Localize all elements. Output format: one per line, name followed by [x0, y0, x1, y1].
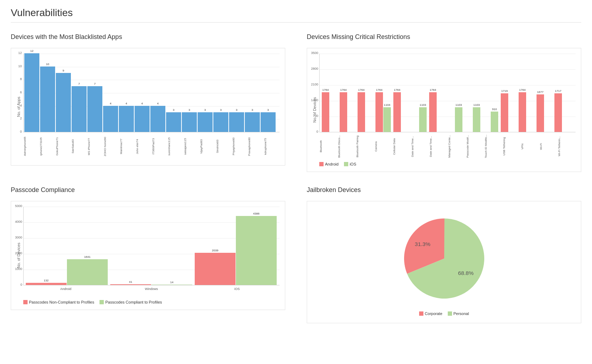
personal-legend-label: Personal	[453, 311, 469, 316]
passcode-legend: Passcodes Non-Compliant to Profiles Pass…	[23, 300, 280, 304]
bar	[198, 112, 213, 132]
passcode-chart: No. of Devices 0100020003000400050001321…	[11, 201, 285, 310]
x-axis-label: IT360iPad73	[152, 133, 168, 160]
x-axis-label: iOS	[195, 287, 280, 298]
bar-value-label: 1677	[537, 90, 544, 94]
grouped-bar	[501, 93, 508, 132]
bar-value-label: 4	[103, 102, 118, 105]
bar	[261, 112, 276, 132]
bar-value-label: 7	[87, 82, 102, 85]
bar-value-label: 1764	[358, 88, 365, 92]
passcode-title: Passcode Compliance	[11, 186, 285, 194]
grouped-bar	[383, 107, 391, 132]
x-axis-label: MS iPhone77	[87, 133, 103, 160]
bar	[40, 67, 55, 132]
restrictions-section: Devices Missing Critical Restrictions No…	[307, 33, 581, 172]
bar-value-label: 12	[24, 49, 39, 53]
bar-value-label: 2039	[195, 249, 236, 252]
bar	[213, 112, 228, 132]
bar-value-label: 1764	[375, 88, 383, 92]
x-axis-label: saisajans115	[184, 133, 199, 160]
compliant-legend-item: Passcodes Compliant to Profiles	[100, 300, 162, 304]
pie-chart: 68.8% 31.3%	[394, 208, 494, 309]
bar	[150, 106, 165, 132]
x-axis-label: VPN	[521, 133, 539, 160]
bar-value-label: 3	[245, 108, 260, 112]
grouped-bar	[554, 93, 562, 132]
compliant-legend-box	[100, 300, 104, 304]
grouped-bar	[151, 285, 192, 285]
bar	[72, 86, 87, 132]
x-axis-label: Passcode Modif...	[466, 133, 484, 160]
x-axis-label: Priyaphone80	[232, 133, 248, 160]
x-axis-label: Mainlmac77	[120, 133, 135, 160]
grouped-bar	[519, 92, 526, 132]
bar	[229, 112, 244, 132]
bar-value-label: 1104	[383, 103, 391, 107]
x-axis-label: Managed Conte...	[448, 133, 466, 160]
grouped-bar	[358, 92, 365, 132]
page-title: Vulnerabilities	[11, 7, 581, 19]
jailbroken-chart: 68.8% 31.3% Corporate Personal	[307, 201, 581, 323]
ios-legend-item: iOS	[344, 162, 356, 166]
compliant-legend-label: Passcodes Compliant to Profiles	[105, 300, 162, 304]
corporate-legend-box	[419, 311, 423, 316]
restrictions-y-label: No. of Devices	[312, 54, 317, 166]
bar	[119, 106, 134, 132]
grouped-bar	[455, 107, 462, 132]
grouped-bar	[195, 253, 236, 285]
bar	[245, 112, 260, 132]
restrictions-title: Devices Missing Critical Restrictions	[307, 33, 581, 41]
bar-value-label: 1103	[419, 103, 427, 107]
x-axis-label: GokuPhone71	[55, 133, 71, 160]
grouped-bar	[537, 94, 544, 132]
grouped-bar	[26, 283, 67, 285]
x-axis-label: surenhanc115	[168, 133, 183, 160]
x-axis-label: VijayPad83	[200, 133, 215, 160]
bar-value-label: 4386	[236, 212, 277, 215]
grouped-bar	[491, 112, 498, 132]
android-legend-label: Android	[325, 162, 339, 166]
android-legend-item: Android	[319, 162, 339, 166]
bar-value-label: 3	[182, 108, 197, 112]
blacklisted-section: Devices with the Most Blacklisted Apps N…	[11, 33, 285, 172]
x-axis-label: Windows	[109, 287, 194, 298]
blacklisted-chart: No. of Apps 024681012121097744443333333 …	[11, 48, 285, 166]
bar-value-label: 1764	[429, 88, 437, 92]
bar-value-label: 1641	[67, 255, 108, 259]
grouped-bar	[67, 259, 108, 285]
x-axis-label: Wi-Fi	[539, 133, 557, 160]
noncompliant-legend-label: Passcodes Non-Compliant to Profiles	[29, 300, 94, 304]
jailbroken-legend: Corporate Personal	[419, 311, 469, 316]
ios-legend-box	[344, 162, 348, 166]
x-axis-label: John eter74	[136, 133, 151, 160]
charts-grid: Devices with the Most Blacklisted Apps N…	[11, 33, 581, 323]
bar-value-label: 3	[229, 108, 244, 112]
bar-value-label: 132	[26, 279, 67, 282]
personal-legend-box	[448, 311, 452, 316]
x-axis-label: Adminphone65	[23, 133, 39, 160]
bar-value-label: 1717	[554, 89, 562, 93]
x-axis-label: USB Tethering	[503, 133, 520, 160]
bar-value-label: 910	[491, 108, 498, 111]
corporate-legend-label: Corporate	[425, 311, 442, 316]
x-axis-label: Bluetooth Disco...	[338, 133, 355, 160]
bar	[135, 106, 150, 132]
grouped-bar	[110, 284, 151, 285]
grouped-bar	[375, 92, 383, 132]
bar	[103, 106, 118, 132]
bar	[166, 112, 181, 132]
x-axis-label: Date and Time...	[411, 133, 429, 160]
bar-value-label: 1764	[322, 88, 329, 92]
x-axis-label: kdruphone75	[264, 133, 280, 160]
x-axis-label: Camera	[374, 133, 392, 160]
bar	[87, 86, 102, 132]
jailbroken-section: Jailbroken Devices 68.8% 31.3% Corporate…	[307, 186, 581, 323]
bar-value-label: 1764	[340, 88, 347, 92]
x-axis-label: Wi-Fi Tetherin...	[558, 133, 576, 160]
blacklisted-title: Devices with the Most Blacklisted Apps	[11, 33, 285, 41]
x-axis-label: SaeSalu83	[71, 133, 87, 160]
jailbroken-title: Jailbroken Devices	[307, 186, 581, 194]
bar-value-label: 41	[110, 280, 151, 284]
grouped-bar	[322, 92, 329, 132]
